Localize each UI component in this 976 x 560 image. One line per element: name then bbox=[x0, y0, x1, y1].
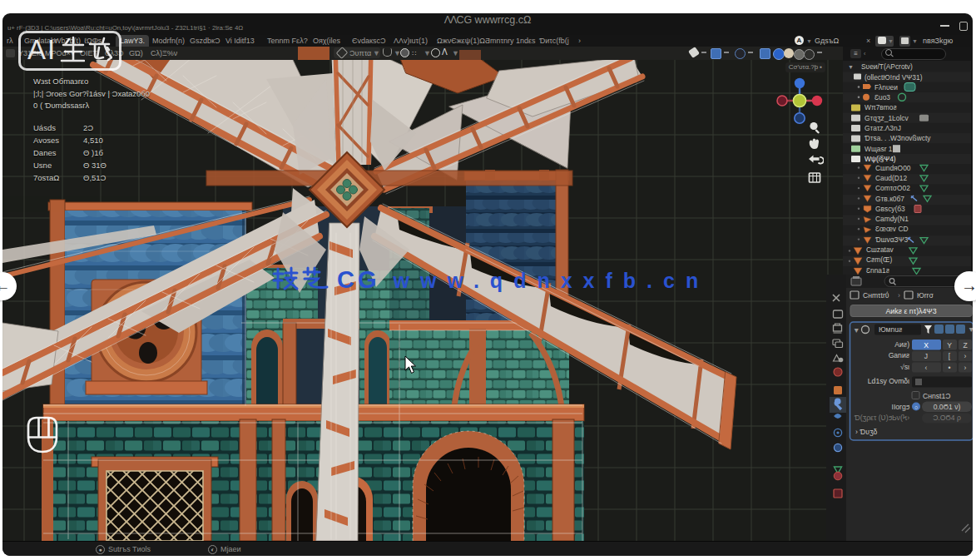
svg-text:Gвscy(б3: Gвscy(б3 bbox=[875, 205, 905, 213]
svg-text:○: ○ bbox=[914, 404, 918, 410]
svg-text:•: • bbox=[948, 364, 950, 372]
svg-text:Ld1sy Ονmδι: Ld1sy Ονmδι bbox=[868, 377, 909, 385]
svg-text:CшndяΟ00: CшndяΟ00 bbox=[875, 164, 911, 172]
svg-text:CоmτσΟ02: CоmτσΟ02 bbox=[875, 184, 910, 192]
svg-text:▼: ▼ bbox=[848, 64, 854, 70]
svg-text:Cаud(D12: Cаud(D12 bbox=[875, 174, 908, 182]
svg-text:› Ɗυʒδ: › Ɗυʒδ bbox=[855, 428, 878, 436]
svg-text:Cшzatаv: Cшzatаv bbox=[866, 245, 894, 254]
svg-text:Gтв.к0б7: Gтв.к0б7 bbox=[875, 195, 904, 203]
svg-text:Gтqʒz_1Ŀolсv: Gтqʒz_1Ŀolсv bbox=[865, 114, 909, 122]
svg-text:Ɗ(ʒρετ (Ʋ)ϧЬν(Ϟ›: Ɗ(ʒρετ (Ʋ)ϧЬν(Ϟ› bbox=[855, 414, 909, 422]
svg-text:›: › bbox=[964, 352, 967, 360]
svg-text:Gтаτz.Λ3nJ: Gтаτz.Λ3nJ bbox=[865, 124, 901, 132]
svg-text:Ͻ.ΟϬ4 ρ: Ͻ.ΟϬ4 ρ bbox=[933, 414, 961, 422]
svg-text:Aиƨ): Aиƨ) bbox=[894, 340, 909, 349]
svg-text:Юмnuƨ: Юмnuƨ bbox=[879, 325, 903, 334]
svg-text:Ɛœœv CD: Ɛœœv CD bbox=[875, 225, 908, 233]
svg-text:Sυeи/T(APcrotv): Sυeи/T(APcrotv) bbox=[861, 62, 913, 71]
svg-text:Wщasr 1: Wщasr 1 bbox=[865, 145, 893, 153]
svg-text:IΙorgϧ: IΙorgϧ bbox=[892, 403, 910, 411]
svg-text:Wπ7вmoƨ: Wπ7вmoƨ bbox=[865, 103, 897, 112]
svg-text:▼: ▼ bbox=[968, 325, 973, 334]
svg-text:J: J bbox=[924, 352, 928, 360]
svg-text:Cаmdy(N1: Cаmdy(N1 bbox=[875, 215, 909, 223]
svg-text:√sι: √sι bbox=[900, 363, 909, 371]
svg-text:›: › bbox=[964, 364, 967, 372]
svg-text:Gаnиƨ: Gаnиƨ bbox=[889, 351, 910, 359]
svg-text:Юrrσ: Юrrσ bbox=[917, 291, 934, 300]
svg-text:Z: Z bbox=[963, 341, 967, 349]
svg-text:Cнmτtrΰ: Cнmτtrΰ bbox=[863, 291, 889, 300]
svg-text:Ɗтsa. . .WЗnovßwcty: Ɗтsa. . .WЗnovßwcty bbox=[865, 134, 931, 142]
svg-text:›: › bbox=[898, 291, 900, 300]
svg-text:Ɛuo3: Ɛuo3 bbox=[874, 93, 890, 102]
svg-text:▼: ▼ bbox=[853, 326, 860, 335]
svg-text:Aиkƨ ε nτ)λ4Ψ3: Aиkƨ ε nτ)λ4Ψ3 bbox=[885, 307, 936, 315]
svg-text:Ɛnnа1ƨ: Ɛnnа1ƨ bbox=[866, 266, 889, 275]
svg-text:Y: Y bbox=[947, 341, 952, 349]
svg-text:ƊшvαЗΨ3: ƊшvαЗΨ3 bbox=[875, 235, 909, 244]
svg-text:(ollectЮ!nd VΨ31): (ollectЮ!nd VΨ31) bbox=[865, 73, 923, 82]
svg-text:Fλnυeи: Fλnυeи bbox=[874, 83, 898, 92]
svg-text:0.0Ϭ1 ν): 0.0Ϭ1 ν) bbox=[934, 403, 961, 411]
svg-text:Wψ(i§Ψ4): Wψ(i§Ψ4) bbox=[865, 155, 896, 163]
svg-text:Cнnst1Ͻ: Cнnst1Ͻ bbox=[923, 392, 950, 400]
svg-text:Cƨm(Œ): Cƨm(Œ) bbox=[866, 255, 892, 264]
svg-text:X: X bbox=[924, 341, 929, 349]
svg-text:‹: ‹ bbox=[925, 364, 928, 372]
